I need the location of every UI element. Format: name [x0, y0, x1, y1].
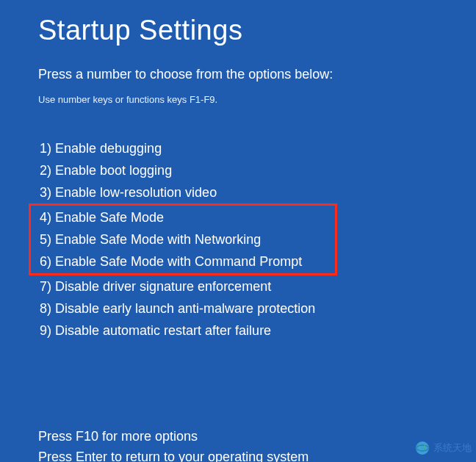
- hint-text: Use number keys or functions keys F1-F9.: [38, 94, 438, 105]
- page-title: Startup Settings: [38, 15, 438, 46]
- return-text: Press Enter to return to your operating …: [38, 447, 438, 462]
- option-disable-anti-malware[interactable]: 8) Disable early launch anti-malware pro…: [38, 297, 438, 320]
- watermark: 系统天地: [414, 440, 472, 456]
- globe-icon: [414, 440, 430, 456]
- footer-instructions: Press F10 for more options Press Enter t…: [38, 426, 438, 462]
- more-options-text: Press F10 for more options: [38, 426, 438, 447]
- option-disable-driver-signature[interactable]: 7) Disable driver signature enforcement: [38, 275, 438, 297]
- startup-settings-screen: Startup Settings Press a number to choos…: [0, 0, 476, 462]
- option-disable-automatic-restart[interactable]: 9) Disable automatic restart after failu…: [38, 320, 438, 342]
- option-enable-boot-logging[interactable]: 2) Enable boot logging: [38, 159, 438, 181]
- boot-options-list: 1) Enable debugging 2) Enable boot loggi…: [38, 137, 438, 342]
- highlight-box: 4) Enable Safe Mode 5) Enable Safe Mode …: [29, 203, 337, 275]
- option-enable-debugging[interactable]: 1) Enable debugging: [38, 137, 438, 159]
- option-enable-safe-mode[interactable]: 4) Enable Safe Mode: [38, 206, 335, 228]
- svg-point-0: [416, 441, 429, 455]
- watermark-text: 系统天地: [433, 441, 472, 455]
- option-enable-low-resolution-video[interactable]: 3) Enable low-resolution video: [38, 181, 438, 203]
- instruction-text: Press a number to choose from the option…: [38, 67, 438, 82]
- option-enable-safe-mode-networking[interactable]: 5) Enable Safe Mode with Networking: [38, 228, 335, 250]
- option-enable-safe-mode-command-prompt[interactable]: 6) Enable Safe Mode with Command Prompt: [38, 250, 335, 272]
